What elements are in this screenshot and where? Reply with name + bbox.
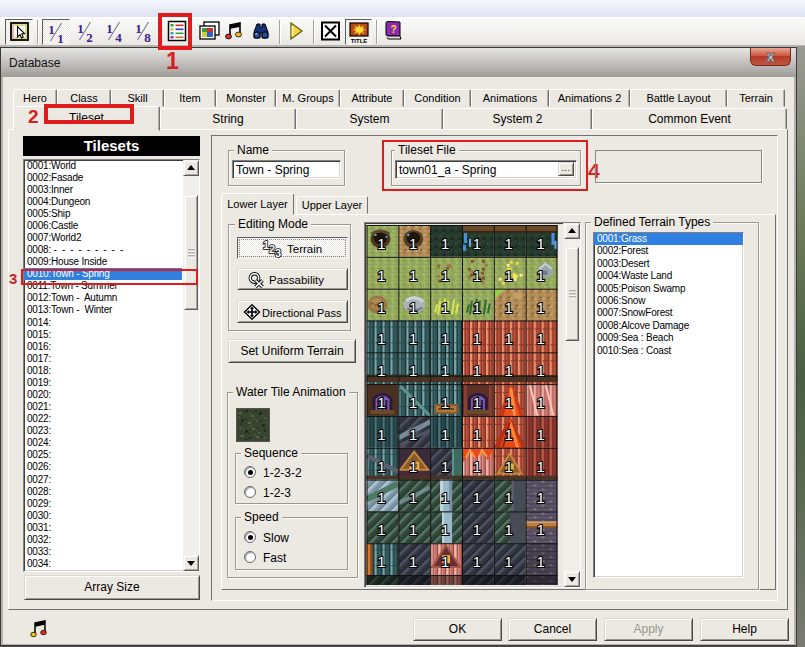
svg-text:1: 1	[473, 490, 481, 506]
svg-text:1: 1	[441, 490, 449, 506]
svg-text:1: 1	[473, 554, 481, 570]
svg-text:1: 1	[409, 331, 417, 347]
svg-text:1: 1	[441, 300, 449, 316]
svg-text:1: 1	[536, 522, 544, 538]
svg-text:1: 1	[409, 363, 417, 379]
svg-text:1: 1	[409, 490, 417, 506]
svg-text:1: 1	[377, 300, 385, 316]
svg-text:1: 1	[536, 490, 544, 506]
svg-text:1: 1	[441, 236, 449, 252]
svg-text:1: 1	[505, 554, 513, 570]
svg-text:1: 1	[441, 363, 449, 379]
svg-text:1: 1	[377, 395, 385, 411]
svg-text:1: 1	[536, 236, 544, 252]
svg-text:1: 1	[536, 331, 544, 347]
svg-text:1: 1	[505, 236, 513, 252]
svg-text:1: 1	[505, 522, 513, 538]
svg-text:1: 1	[505, 459, 513, 475]
svg-text:1: 1	[377, 459, 385, 475]
svg-text:1: 1	[536, 427, 544, 443]
svg-text:1: 1	[441, 459, 449, 475]
svg-text:1: 1	[377, 554, 385, 570]
svg-text:1: 1	[473, 522, 481, 538]
svg-text:1: 1	[409, 522, 417, 538]
svg-text:1: 1	[377, 363, 385, 379]
svg-text:1: 1	[377, 236, 385, 252]
svg-text:1: 1	[473, 363, 481, 379]
svg-text:1: 1	[473, 331, 481, 347]
svg-text:1: 1	[473, 427, 481, 443]
svg-text:1: 1	[473, 236, 481, 252]
svg-text:1: 1	[505, 268, 513, 284]
svg-text:1: 1	[409, 300, 417, 316]
svg-text:1: 1	[536, 459, 544, 475]
svg-text:1: 1	[505, 300, 513, 316]
svg-text:1: 1	[473, 268, 481, 284]
svg-text:1: 1	[409, 236, 417, 252]
svg-text:1: 1	[441, 268, 449, 284]
svg-text:1: 1	[441, 395, 449, 411]
svg-text:1: 1	[473, 300, 481, 316]
svg-text:1: 1	[505, 363, 513, 379]
svg-text:1: 1	[505, 395, 513, 411]
svg-text:1: 1	[377, 331, 385, 347]
svg-text:1: 1	[409, 459, 417, 475]
svg-text:1: 1	[536, 363, 544, 379]
svg-text:1: 1	[409, 268, 417, 284]
svg-text:1: 1	[377, 522, 385, 538]
svg-text:1: 1	[409, 395, 417, 411]
svg-text:1: 1	[536, 268, 544, 284]
svg-text:1: 1	[505, 331, 513, 347]
svg-text:1: 1	[441, 331, 449, 347]
svg-text:1: 1	[441, 427, 449, 443]
svg-text:1: 1	[377, 490, 385, 506]
svg-text:1: 1	[473, 395, 481, 411]
svg-text:1: 1	[441, 554, 449, 570]
svg-text:1: 1	[377, 427, 385, 443]
svg-text:3: 3	[275, 247, 281, 258]
svg-text:1: 1	[505, 490, 513, 506]
svg-text:1: 1	[409, 554, 417, 570]
svg-text:1: 1	[473, 459, 481, 475]
svg-text:1: 1	[505, 427, 513, 443]
svg-text:1: 1	[441, 522, 449, 538]
svg-text:1: 1	[377, 268, 385, 284]
svg-text:1: 1	[536, 395, 544, 411]
svg-text:1: 1	[536, 300, 544, 316]
svg-text:1: 1	[536, 554, 544, 570]
svg-text:1: 1	[409, 427, 417, 443]
